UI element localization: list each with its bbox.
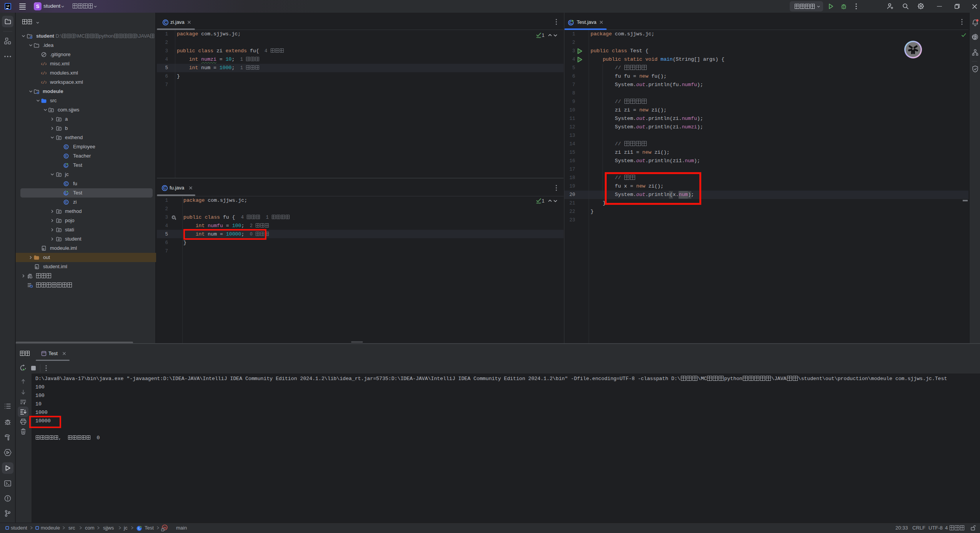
svg-text:</>: </> [41,62,47,66]
svg-text:C: C [65,154,68,158]
svg-text:</>: </> [41,81,47,85]
svg-text:C: C [65,200,68,204]
svg-text:C: C [65,145,68,149]
svg-text:C: C [164,20,167,25]
svg-text:C: C [65,182,68,186]
svg-text:O: O [173,216,175,219]
svg-text:C: C [163,186,166,190]
svg-text:</>: </> [41,71,47,76]
